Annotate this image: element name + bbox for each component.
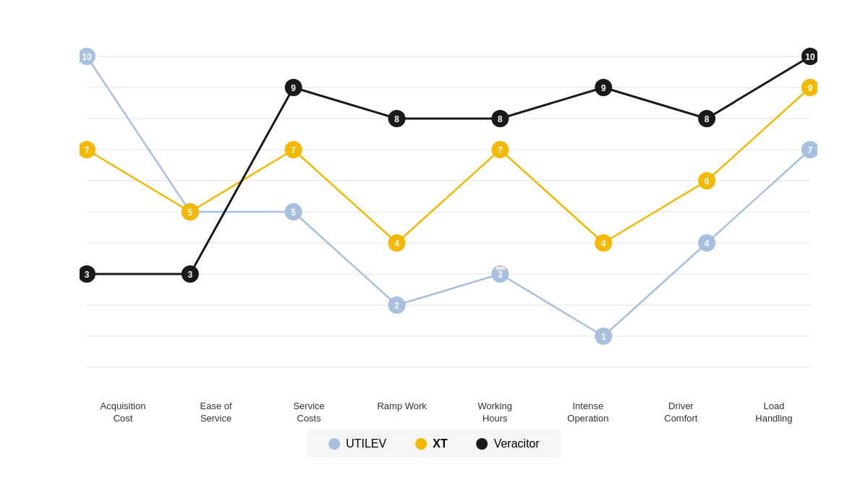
chart-container: 10552314775747469339889810 AcquisitionCo…: [0, 0, 868, 488]
chart-svg: 10552314775747469339889810: [80, 42, 817, 374]
svg-text:10: 10: [805, 52, 815, 62]
legend-dot: [415, 438, 427, 450]
x-axis-label: ServiceCosts: [265, 401, 352, 425]
chart-wrapper: 10552314775747469339889810 AcquisitionCo…: [36, 27, 832, 461]
x-axis-label: LoadHandling: [731, 401, 817, 425]
svg-text:9: 9: [601, 83, 606, 93]
x-axis-label: AcquisitionCost: [80, 401, 166, 425]
svg-text:9: 9: [291, 83, 296, 93]
svg-text:6: 6: [705, 176, 710, 187]
svg-text:9: 9: [808, 83, 813, 93]
svg-text:8: 8: [394, 114, 399, 124]
svg-text:2: 2: [394, 301, 399, 311]
svg-text:7: 7: [498, 145, 503, 155]
svg-text:4: 4: [601, 239, 606, 249]
x-axis-label: DriverComfort: [637, 401, 724, 425]
svg-text:5: 5: [291, 207, 296, 218]
svg-text:8: 8: [705, 114, 710, 124]
svg-text:8: 8: [498, 114, 503, 124]
x-axis-label: Ease ofService: [173, 401, 260, 425]
legend-label: Veracitor: [494, 437, 540, 450]
svg-text:7: 7: [291, 145, 296, 155]
svg-text:1: 1: [601, 332, 606, 342]
plot-area: 10552314775747469339889810: [80, 42, 817, 374]
svg-text:3: 3: [85, 270, 90, 280]
svg-text:4: 4: [394, 239, 399, 249]
x-axis-label: WorkingHours: [451, 401, 538, 425]
legend-item: UTILEV: [328, 437, 386, 450]
legend-dot: [328, 438, 340, 450]
svg-text:7: 7: [85, 145, 90, 155]
svg-text:10: 10: [82, 52, 92, 62]
x-axis-label: IntenseOperation: [545, 401, 631, 425]
x-labels: AcquisitionCostEase ofServiceServiceCost…: [80, 401, 817, 425]
svg-text:4: 4: [705, 239, 710, 249]
legend-label: XT: [433, 437, 447, 450]
svg-text:7: 7: [808, 145, 813, 155]
legend-item: XT: [415, 437, 447, 450]
legend-item: Veracitor: [477, 437, 540, 450]
svg-text:3: 3: [188, 270, 193, 280]
legend: UTILEV XT Veracitor: [307, 430, 561, 458]
legend-label: UTILEV: [346, 437, 386, 450]
x-axis-label: Ramp Work: [359, 401, 446, 425]
svg-text:5: 5: [188, 207, 193, 218]
legend-dot: [477, 438, 488, 450]
svg-text:3: 3: [498, 270, 503, 280]
